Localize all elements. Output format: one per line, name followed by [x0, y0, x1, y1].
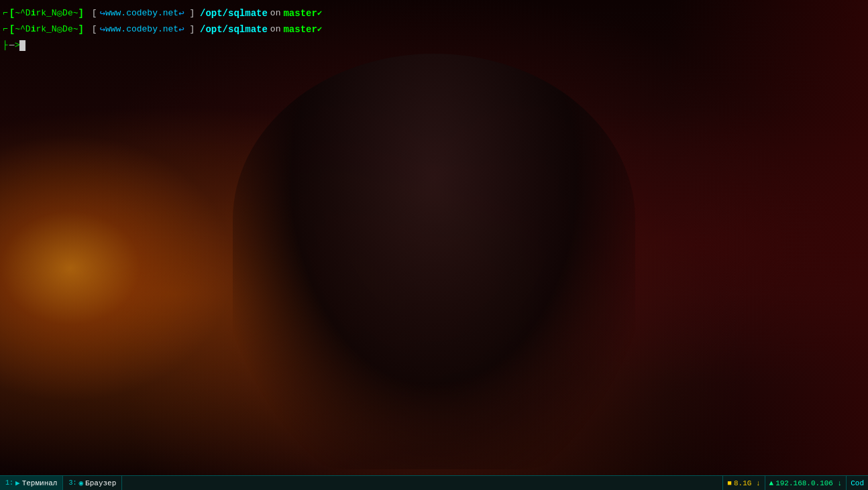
taskbar-item-browser[interactable]: 3: ◉ Браузер	[63, 476, 122, 490]
character-bg	[233, 54, 635, 469]
ip-label: 192.168.0.106 ↓	[775, 479, 842, 487]
terminal-label: Терминал	[22, 479, 58, 487]
browser-label: Браузер	[85, 479, 116, 487]
left-glow	[0, 134, 235, 402]
taskbar-left: 1: ▶ Терминал 3: ◉ Браузер	[0, 476, 122, 490]
terminal-num: 1:	[5, 479, 13, 487]
storage-icon: ■	[727, 479, 732, 487]
terminal-icon: ▶	[15, 479, 20, 487]
browser-icon: ◉	[78, 479, 83, 487]
wifi-icon: ▲	[769, 479, 774, 487]
storage-label: 8.1G ↓	[734, 479, 761, 487]
right-shadow	[667, 0, 868, 490]
taskbar-right: ■ 8.1G ↓ ▲ 192.168.0.106 ↓ Cod	[722, 476, 868, 490]
cod-label: Cod	[851, 479, 864, 487]
cod-indicator[interactable]: Cod	[846, 476, 868, 490]
taskbar-item-terminal[interactable]: 1: ▶ Терминал	[0, 476, 63, 490]
storage-indicator[interactable]: ■ 8.1G ↓	[722, 476, 764, 490]
browser-num: 3:	[68, 479, 76, 487]
taskbar: 1: ▶ Терминал 3: ◉ Браузер ■ 8.1G ↓ ▲ 19…	[0, 475, 868, 490]
network-indicator[interactable]: ▲ 192.168.0.106 ↓	[765, 476, 847, 490]
